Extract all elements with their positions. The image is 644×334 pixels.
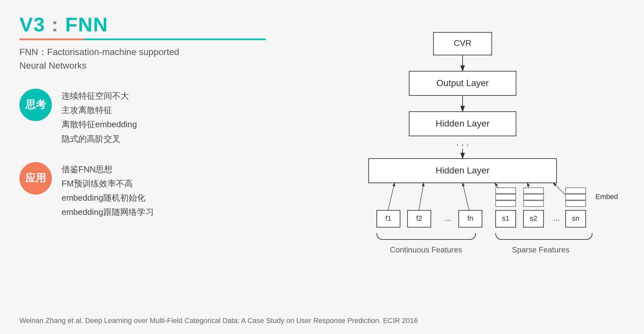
sike-text: 连续特征空间不大 主攻离散特征 离散特征embedding 隐式的高阶交叉 [62, 89, 137, 146]
left-section: FNN：Factorisation-machine supportedNeura… [19, 45, 207, 236]
dots-between: . . . [456, 138, 469, 148]
sn-emb3 [566, 201, 586, 206]
sn-emb1 [566, 188, 586, 194]
cvr-label: CVR [454, 38, 472, 48]
f1-label: f1 [385, 214, 391, 222]
diagram-section: CVR Output Layer Hidden Layer . . . Hidd… [327, 26, 618, 304]
s1-emb2 [496, 194, 516, 200]
title-colon: : [45, 13, 65, 36]
s1-emb3 [496, 201, 516, 206]
title-underline [19, 39, 266, 40]
s2-emb3 [523, 201, 544, 206]
s1-emb1 [496, 188, 516, 194]
title-fnn: FNN [65, 13, 108, 36]
fn-label: fn [467, 214, 473, 222]
subtitle: FNN：Factorisation-machine supportedNeura… [19, 45, 207, 72]
underline-orange [19, 39, 84, 40]
s2-label: s2 [530, 214, 537, 222]
card-apply: 应用 借鉴FNN思想 FM预训练效率不高 embedding随机初始化 embe… [19, 162, 207, 219]
arrow-f2 [419, 183, 424, 210]
hidden-layer-top-label: Hidden Layer [436, 118, 490, 128]
card-sike: 思考 连续特征空间不大 主攻离散特征 离散特征embedding 隐式的高阶交叉 [19, 89, 207, 146]
citation: Weinan Zhang et al. Deep Learning over M… [19, 317, 418, 325]
output-layer-label: Output Layer [436, 78, 489, 88]
f-dots: ... [445, 214, 451, 222]
badge-sike: 思考 [19, 89, 52, 121]
continuous-brace [377, 233, 476, 239]
badge-apply: 应用 [19, 162, 52, 195]
apply-text: 借鉴FNN思想 FM预训练效率不高 embedding随机初始化 embeddi… [62, 162, 154, 219]
hidden-layer-bottom-label: Hidden Layer [436, 165, 490, 175]
arrow-f1 [388, 183, 395, 210]
sn-label: sn [572, 214, 579, 222]
continuous-label: Continuous Features [390, 245, 462, 254]
sn-emb2 [566, 194, 586, 200]
sparse-brace [496, 233, 592, 239]
embedding-label: Embedding [595, 193, 618, 201]
s2-emb1 [523, 188, 544, 194]
s1-label: s1 [502, 214, 509, 222]
sparse-label: Sparse Features [512, 245, 569, 254]
s2-emb2 [523, 194, 544, 200]
f2-label: f2 [416, 214, 422, 222]
underline-teal [84, 39, 266, 40]
diagram-svg: CVR Output Layer Hidden Layer . . . Hidd… [327, 26, 618, 304]
s-dots: ... [553, 214, 560, 222]
title-v3: V3 [19, 13, 45, 36]
arrow-fn [463, 183, 469, 210]
page: V3 : FNN FNN：Factorisation-machine suppo… [0, 0, 644, 334]
